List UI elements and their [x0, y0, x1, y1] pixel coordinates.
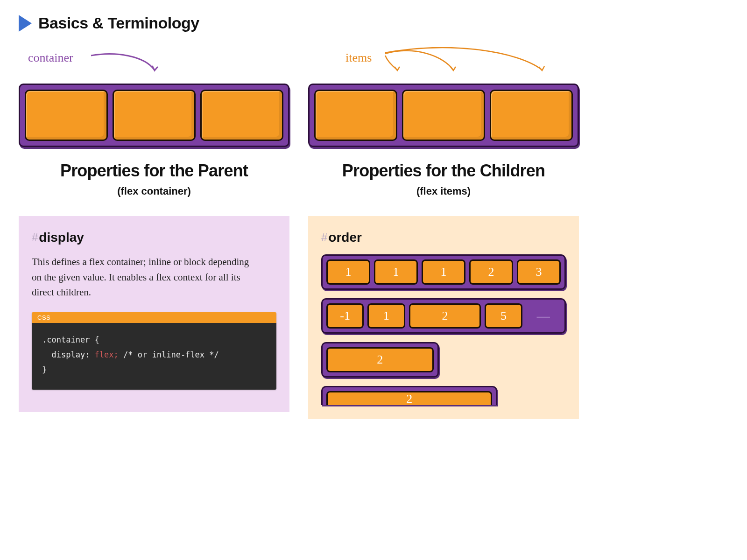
display-title-text: display [39, 230, 84, 245]
container-diagram: container [19, 51, 289, 147]
code-body: .container { display: flex; /* or inline… [32, 323, 276, 390]
code-comment: /* or inline-flex */ [123, 350, 219, 359]
children-panel: #order 1 1 1 2 3 -1 1 2 5 — 2 [308, 216, 579, 419]
flex-item-box [490, 90, 573, 141]
right-column: items Properties for the Children (flex … [308, 51, 579, 419]
order-box: 1 [422, 259, 465, 285]
order-box: 2 [469, 259, 513, 285]
columns: container Properties for the Parent (fle… [19, 51, 579, 419]
hash-icon: # [32, 231, 38, 244]
left-heading-sub: (flex container) [19, 185, 289, 197]
order-box: 3 [517, 259, 561, 285]
order-box: 1 [367, 303, 405, 329]
order-box-empty: — [526, 303, 561, 329]
order-title-text: order [328, 230, 362, 245]
order-row: 2 [321, 342, 439, 378]
right-heading: Properties for the Children (flex items) [308, 161, 579, 197]
order-diagram: 1 1 1 2 3 -1 1 2 5 — 2 2 [321, 254, 566, 405]
flex-item-box [25, 90, 108, 141]
disclosure-triangle-icon [19, 15, 32, 32]
order-box: -1 [326, 303, 364, 329]
flex-container-illustration [19, 84, 289, 147]
order-box: 2 [326, 391, 492, 405]
flex-item-box [402, 90, 485, 141]
parent-panel: #display This defines a flex container; … [19, 216, 289, 412]
flex-items-illustration [308, 84, 579, 147]
left-heading: Properties for the Parent (flex containe… [19, 161, 289, 197]
flex-item-box [113, 90, 196, 141]
right-heading-sub: (flex items) [308, 185, 579, 197]
code-value: flex; [95, 350, 119, 359]
code-block: CSS .container { display: flex; /* or in… [32, 312, 276, 390]
flex-item-box [200, 90, 283, 141]
order-row: 2 [321, 386, 497, 405]
code-close: } [42, 365, 47, 374]
order-row: 1 1 1 2 3 [321, 254, 566, 290]
container-label: container [19, 51, 289, 65]
display-heading[interactable]: #display [32, 230, 276, 245]
code-selector: .container { [42, 335, 99, 344]
items-label: items [308, 51, 579, 65]
hash-icon: # [321, 231, 327, 244]
order-row: -1 1 2 5 — [321, 298, 566, 334]
section-title: Basics & Terminology [38, 14, 199, 32]
order-box: 1 [326, 259, 370, 285]
left-column: container Properties for the Parent (fle… [19, 51, 289, 419]
left-heading-title: Properties for the Parent [19, 161, 289, 181]
flex-item-box [314, 90, 397, 141]
right-heading-title: Properties for the Children [308, 161, 579, 181]
section-header[interactable]: Basics & Terminology [19, 14, 579, 32]
code-property: display: [51, 350, 90, 359]
order-box: 2 [409, 303, 481, 329]
items-diagram: items [308, 51, 579, 147]
order-box: 2 [326, 347, 434, 372]
order-heading[interactable]: #order [321, 230, 566, 245]
order-box: 1 [374, 259, 418, 285]
display-description: This defines a flex container; inline or… [32, 254, 257, 300]
code-lang-label: CSS [32, 312, 276, 323]
order-box: 5 [485, 303, 522, 329]
